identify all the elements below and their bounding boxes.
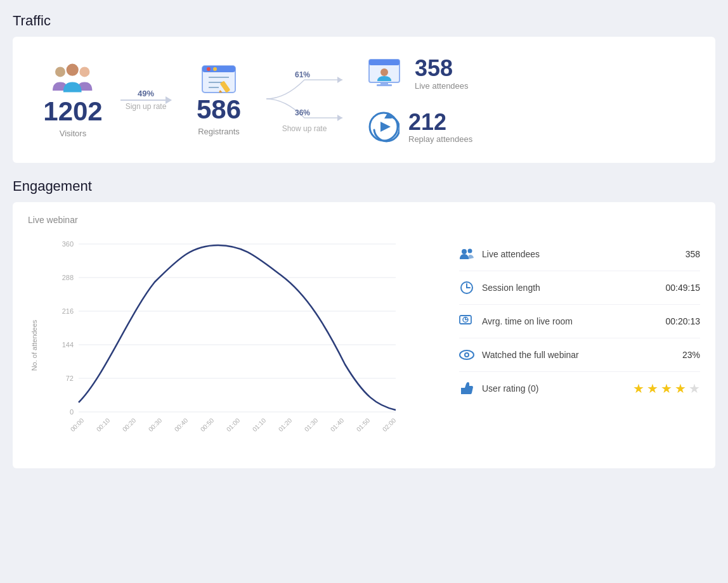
replay-attendees-number: 212 — [408, 110, 472, 135]
chart-wrapper: No. of attendees 360 288 216 — [28, 238, 434, 453]
stat-row-live-attendees: Live attendees 358 — [459, 238, 700, 271]
engagement-card: Live webinar No. of attendees 360 — [13, 202, 715, 468]
svg-point-0 — [55, 67, 65, 77]
stat-value-avg-time: 00:20:13 — [666, 316, 701, 326]
svg-text:72: 72 — [66, 375, 74, 382]
chart-area: No. of attendees 360 288 216 — [28, 238, 434, 453]
svg-text:216: 216 — [62, 307, 74, 315]
stat-name-avg-time: Avrg. time on live room — [482, 316, 666, 326]
svg-text:00:00: 00:00 — [69, 417, 86, 433]
svg-text:61%: 61% — [295, 70, 310, 79]
svg-text:01:10: 01:10 — [251, 417, 268, 433]
svg-text:02:00: 02:00 — [381, 417, 398, 433]
eye-icon — [459, 347, 474, 362]
registrants-number: 586 — [197, 95, 241, 124]
signup-percent: 49% — [138, 89, 154, 98]
stars-container: ★ ★ ★ ★ ★ — [633, 381, 700, 396]
people-icon — [459, 247, 474, 262]
engagement-section-title: Engagement — [13, 178, 715, 195]
clock-icon — [459, 280, 474, 295]
live-attendees-label: Live attendees — [415, 81, 469, 91]
star-5: ★ — [689, 381, 700, 396]
live-attendees-icon — [368, 58, 406, 87]
svg-marker-23 — [380, 122, 391, 132]
star-3: ★ — [661, 381, 672, 396]
stat-value-user-rating: ★ ★ ★ ★ ★ — [633, 381, 700, 396]
svg-point-5 — [207, 67, 211, 71]
visitors-label: Visitors — [60, 129, 86, 138]
engagement-content: No. of attendees 360 288 216 — [28, 238, 700, 453]
svg-text:01:00: 01:00 — [225, 417, 242, 433]
svg-text:00:20: 00:20 — [121, 417, 138, 433]
visitors-icon — [50, 61, 96, 97]
replay-attendees-icon — [368, 111, 400, 143]
stat-row-session-length: Session length 00:49:15 — [459, 271, 700, 305]
live-attendees-result: 358 Live attendees — [368, 56, 472, 91]
registrants-label: Registrants — [198, 127, 240, 136]
replay-attendees-label: Replay attendees — [408, 134, 472, 144]
star-2: ★ — [647, 381, 658, 396]
svg-text:01:30: 01:30 — [303, 417, 320, 433]
stat-name-user-rating: User rating (0) — [482, 383, 633, 394]
thumbs-up-icon — [459, 381, 474, 396]
svg-text:00:40: 00:40 — [173, 417, 190, 433]
svg-point-6 — [213, 67, 217, 71]
stat-row-full-webinar: Watched the full webinar 23% — [459, 338, 700, 372]
visitors-metric: 1202 Visitors — [38, 61, 108, 138]
stat-value-live-attendees: 358 — [686, 249, 700, 259]
stat-value-session-length: 00:49:15 — [666, 283, 701, 293]
stat-value-full-webinar: 23% — [682, 350, 700, 360]
split-arrow-svg: 61% 36% — [260, 67, 349, 131]
chart-svg-container: 360 288 216 144 72 0 00:00 00:10 00:20 0… — [53, 238, 434, 443]
svg-text:00:30: 00:30 — [147, 417, 164, 433]
svg-point-1 — [79, 67, 89, 77]
star-4: ★ — [675, 381, 686, 396]
stats-panel: Live attendees 358 Session length 00:49:… — [459, 238, 700, 453]
stat-row-user-rating: User rating (0) ★ ★ ★ ★ ★ — [459, 372, 700, 405]
svg-marker-13 — [337, 115, 342, 121]
svg-point-49 — [462, 249, 467, 254]
svg-text:01:20: 01:20 — [277, 417, 294, 433]
signup-label: Sign up rate — [126, 102, 167, 111]
stat-name-live-attendees: Live attendees — [482, 249, 686, 259]
live-webinar-label: Live webinar — [28, 215, 700, 225]
svg-text:01:50: 01:50 — [355, 417, 372, 433]
svg-point-50 — [468, 249, 472, 253]
svg-text:144: 144 — [62, 341, 74, 349]
svg-text:00:10: 00:10 — [95, 417, 112, 433]
stat-name-full-webinar: Watched the full webinar — [482, 350, 682, 360]
svg-text:01:40: 01:40 — [329, 417, 346, 433]
svg-point-60 — [465, 354, 468, 356]
show-up-rate-label: Show up rate — [260, 124, 349, 133]
svg-text:288: 288 — [62, 274, 74, 281]
y-axis-label: No. of attendees — [30, 320, 38, 371]
registrants-icon — [200, 63, 238, 95]
svg-marker-12 — [337, 77, 342, 83]
svg-point-18 — [380, 68, 388, 76]
replay-attendees-result: 212 Replay attendees — [368, 110, 472, 144]
stat-row-avg-time: Avrg. time on live room 00:20:13 — [459, 305, 700, 338]
chart-svg: 360 288 216 144 72 0 00:00 00:10 00:20 0… — [53, 238, 408, 440]
svg-text:0: 0 — [70, 408, 74, 416]
svg-text:00:50: 00:50 — [199, 417, 216, 433]
live-attendees-info: 358 Live attendees — [415, 56, 469, 91]
screen-clock-icon — [459, 314, 474, 329]
svg-rect-20 — [377, 84, 392, 86]
star-1: ★ — [633, 381, 644, 396]
visitors-number: 1202 — [43, 97, 102, 126]
signup-arrow-line — [120, 99, 171, 101]
result-items: 358 Live attendees 212 Replay attendees — [368, 56, 472, 144]
traffic-section-title: Traffic — [13, 13, 715, 29]
stat-name-session-length: Session length — [482, 283, 666, 293]
svg-rect-19 — [380, 82, 388, 84]
traffic-flow: 1202 Visitors 49% Sign up rate — [38, 56, 690, 144]
svg-text:36%: 36% — [295, 108, 310, 117]
svg-text:360: 360 — [62, 240, 74, 248]
replay-attendees-info: 212 Replay attendees — [408, 110, 472, 144]
split-arrows: 61% 36% Show up rate — [254, 67, 355, 133]
traffic-card: 1202 Visitors 49% Sign up rate — [13, 37, 715, 163]
registrants-metric: 586 Registrants — [184, 63, 254, 136]
live-attendees-number: 358 — [415, 56, 469, 81]
svg-rect-17 — [369, 60, 400, 65]
svg-point-2 — [67, 64, 79, 76]
